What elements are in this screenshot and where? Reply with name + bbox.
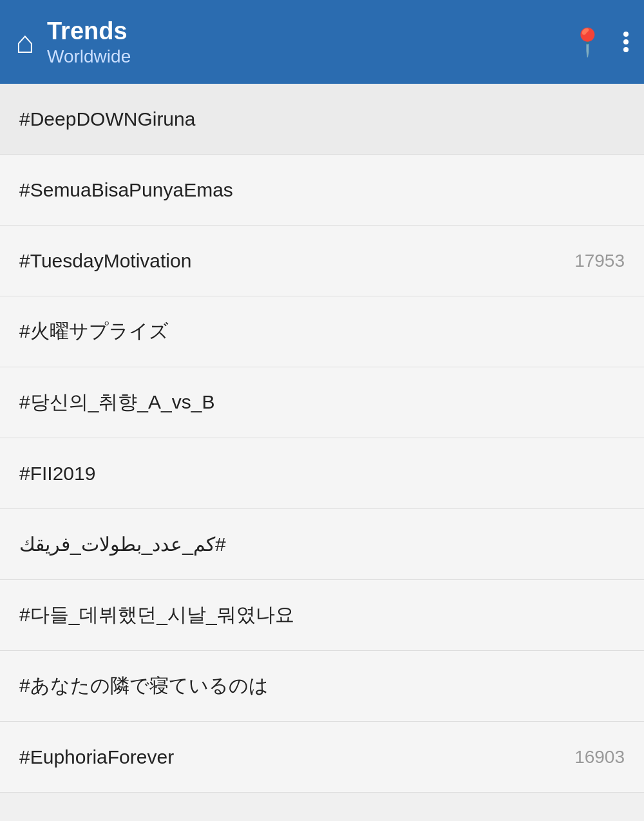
trend-name: #DeepDOWNGiruna xyxy=(19,108,195,130)
trend-item[interactable]: #火曜サプライズ xyxy=(0,296,644,367)
trend-item[interactable]: #EuphoriaForever16903 xyxy=(0,722,644,793)
header-subtitle: Worldwide xyxy=(47,46,131,67)
trend-count: 17953 xyxy=(574,251,625,271)
trend-name: #FII2019 xyxy=(19,463,95,485)
trend-name: #당신의_취향_A_vs_B xyxy=(19,389,214,416)
header-title: Trends xyxy=(47,17,131,46)
trend-name: #火曜サプライズ xyxy=(19,318,169,345)
trend-name: #あなたの隣で寝ているのは xyxy=(19,673,269,699)
location-icon[interactable]: 📍 xyxy=(571,26,604,58)
header-left: ⌂ Trends Worldwide xyxy=(15,17,131,67)
trend-count: 16903 xyxy=(574,747,625,768)
app-header: ⌂ Trends Worldwide 📍 xyxy=(0,0,644,84)
trend-list: #DeepDOWNGiruna#SemuaBisaPunyaEmas#Tuesd… xyxy=(0,84,644,793)
trend-item[interactable]: #كم_عدد_بطولات_فريقك xyxy=(0,509,644,580)
trend-item[interactable]: #SemuaBisaPunyaEmas xyxy=(0,155,644,226)
trend-name: #كم_عدد_بطولات_فريقك xyxy=(19,533,226,555)
trend-item[interactable]: #DeepDOWNGiruna xyxy=(0,84,644,155)
trend-name: #SemuaBisaPunyaEmas xyxy=(19,179,233,201)
trend-name: #다들_데뷔했던_시날_뭐였나요 xyxy=(19,602,294,628)
more-options-icon[interactable] xyxy=(623,32,629,52)
trend-item[interactable]: #당신의_취향_A_vs_B xyxy=(0,367,644,438)
trend-item[interactable]: #TuesdayMotivation17953 xyxy=(0,226,644,296)
trend-name: #EuphoriaForever xyxy=(19,746,174,768)
header-title-block: Trends Worldwide xyxy=(47,17,131,67)
trend-item[interactable]: #FII2019 xyxy=(0,438,644,509)
home-icon[interactable]: ⌂ xyxy=(15,24,34,60)
trend-item[interactable]: #다들_데뷔했던_시날_뭐였나요 xyxy=(0,580,644,651)
trend-item[interactable]: #あなたの隣で寝ているのは xyxy=(0,651,644,722)
trend-name: #TuesdayMotivation xyxy=(19,250,191,272)
header-right: 📍 xyxy=(571,26,629,58)
